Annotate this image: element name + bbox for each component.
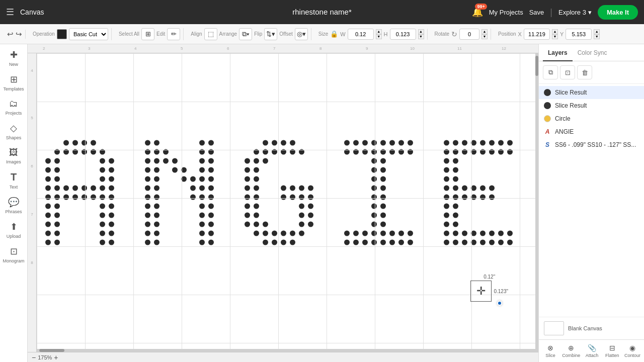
- shapes-icon: ◇: [10, 123, 17, 134]
- canvas-content[interactable]: 0.12" ✛ 0.123": [37, 53, 538, 352]
- sidebar-item-images[interactable]: 🖼 Images: [2, 144, 26, 167]
- layer-name-ss6: SS6 - .099" SS10 - .127" SS...: [555, 141, 639, 148]
- layer-item-slice-result-2[interactable]: Slice Result: [539, 99, 644, 112]
- layer-name-slice-result-2: Slice Result: [555, 102, 639, 109]
- sidebar-item-templates[interactable]: ⊞ Templates: [2, 71, 26, 95]
- size-label: Size: [318, 31, 328, 37]
- text-icon: T: [11, 171, 17, 183]
- vertical-scrollbar[interactable]: [535, 53, 538, 352]
- sidebar-item-monogram[interactable]: ⊡ Monogram: [2, 243, 26, 266]
- sidebar-item-upload[interactable]: ⬆ Upload: [2, 218, 26, 242]
- group-layer-button[interactable]: ⊡: [560, 65, 575, 79]
- color-swatch[interactable]: [57, 29, 67, 39]
- edit-button[interactable]: ✏: [167, 28, 180, 40]
- make-it-button[interactable]: Make It: [598, 5, 638, 20]
- height-spinner[interactable]: ▲▼: [418, 29, 424, 39]
- sidebar-item-phrases[interactable]: 💬 Phrases: [2, 194, 26, 217]
- rotate-input[interactable]: [459, 29, 479, 40]
- rotate-spinner[interactable]: ▲▼: [481, 29, 488, 39]
- layer-dot-yellow: [544, 115, 551, 122]
- lock-icon: 🔒: [330, 30, 338, 38]
- x-spinner[interactable]: ▲▼: [552, 29, 558, 39]
- offset-button[interactable]: ◎▾: [295, 28, 308, 40]
- sidebar-upload-label: Upload: [7, 234, 21, 239]
- position-label: Position: [498, 31, 516, 37]
- flip-label: Flip: [254, 31, 262, 37]
- size-section: Size 🔒 W ▲▼ H ▲▼: [315, 29, 428, 40]
- dimension-tooltip: 0.12" ✛ 0.123": [470, 274, 508, 302]
- blank-canvas-thumbnail: [544, 321, 564, 335]
- tab-color-sync[interactable]: Color Sync: [573, 44, 612, 61]
- my-projects-button[interactable]: My Projects: [489, 9, 523, 16]
- y-label: Y: [560, 31, 564, 37]
- sidebar-item-new[interactable]: ✚ New: [2, 46, 26, 70]
- contour-icon: ◉: [629, 344, 635, 352]
- layer-dot-dark-1: [544, 89, 551, 96]
- combine-label: Combine: [562, 353, 580, 358]
- canvas-area[interactable]: 2 3 4 5 6 7 8 9 10 11 12 4 5 6 7 8 0.12": [28, 44, 538, 362]
- save-button[interactable]: Save: [529, 9, 544, 16]
- y-spinner[interactable]: ▲▼: [594, 29, 600, 39]
- zoom-in-button[interactable]: +: [54, 353, 58, 361]
- delete-layer-button[interactable]: 🗑: [577, 65, 592, 79]
- vertical-scroll-thumb[interactable]: [535, 56, 538, 76]
- images-icon: 🖼: [9, 147, 18, 158]
- slice-icon: ⊗: [547, 344, 553, 352]
- explore-button[interactable]: Explore 3 ▾: [558, 9, 592, 16]
- undo-button[interactable]: ↩: [7, 30, 14, 39]
- layer-name-slice-result-1: Slice Result: [555, 89, 639, 96]
- offset-label: Offset: [279, 31, 293, 37]
- combine-tool-button[interactable]: ⊕ Combine: [561, 342, 581, 360]
- rotate-label: Rotate: [435, 31, 449, 37]
- projects-icon: 🗂: [9, 99, 18, 109]
- height-input[interactable]: [390, 29, 416, 40]
- duplicate-layer-button[interactable]: ⧉: [543, 65, 558, 79]
- blank-canvas-label: Blank Canvas: [568, 325, 602, 331]
- align-section: Align ⬚ Arrange ⧉▾ Flip ⇅▾ Offset ◎▾: [188, 28, 311, 40]
- move-cursor-icon: ✛: [476, 285, 486, 298]
- canvas-grid: [37, 53, 538, 352]
- select-all-section: Select All ⊞ Edit ✏: [116, 28, 184, 40]
- operation-select[interactable]: Basic Cut: [69, 28, 108, 40]
- layer-item-slice-result-1[interactable]: Slice Result: [539, 86, 644, 99]
- layer-item-angie[interactable]: A ANGIE: [539, 125, 644, 138]
- tab-layers[interactable]: Layers: [543, 44, 573, 61]
- sidebar-item-shapes[interactable]: ◇ Shapes: [2, 120, 26, 143]
- notifications-button[interactable]: 🔔 99+: [472, 7, 483, 18]
- sidebar-item-projects[interactable]: 🗂 Projects: [2, 96, 26, 119]
- x-input[interactable]: [524, 29, 550, 40]
- flatten-tool-button[interactable]: ⊟ Flatten: [603, 342, 622, 360]
- topbar-right: 🔔 99+ My Projects Save | Explore 3 ▾ Mak…: [472, 5, 638, 20]
- select-all-button[interactable]: ⊞: [141, 28, 154, 40]
- sidebar-images-label: Images: [6, 159, 21, 164]
- redo-button[interactable]: ↪: [16, 30, 22, 39]
- flip-button[interactable]: ⇅▾: [264, 28, 277, 40]
- dim-width-label: 0.12": [484, 274, 495, 280]
- operation-section: Operation Basic Cut: [30, 28, 112, 40]
- right-bottom-toolbar: ⊗ Slice ⊕ Combine 📎 Attach ⊟ Flatten ◉ C…: [539, 339, 644, 362]
- chevron-down-icon: ▾: [588, 9, 592, 16]
- contour-tool-button[interactable]: ◉ Contour: [623, 342, 642, 360]
- layer-item-circle[interactable]: Circle: [539, 112, 644, 125]
- attach-tool-button[interactable]: 📎 Attach: [582, 342, 601, 360]
- arrange-button[interactable]: ⧉▾: [239, 28, 252, 40]
- attach-label: Attach: [586, 353, 599, 358]
- layer-item-ss6[interactable]: S SS6 - .099" SS10 - .127" SS...: [539, 138, 644, 151]
- blank-canvas-row: Blank Canvas: [539, 317, 644, 339]
- layer-name-angie: ANGIE: [555, 128, 639, 135]
- y-input[interactable]: [566, 29, 592, 40]
- width-spinner[interactable]: ▲▼: [376, 29, 382, 39]
- width-input[interactable]: [348, 29, 374, 40]
- sidebar-shapes-label: Shapes: [6, 135, 22, 140]
- align-button[interactable]: ⬚: [204, 28, 217, 40]
- app-title: rhinestone name*: [292, 8, 352, 16]
- layer-icon-angie: A: [544, 128, 551, 135]
- sidebar-item-text[interactable]: T Text: [2, 168, 26, 193]
- slice-tool-button[interactable]: ⊗ Slice: [541, 342, 560, 360]
- sidebar-phrases-label: Phrases: [5, 209, 22, 214]
- topbar: ☰ Canvas rhinestone name* 🔔 99+ My Proje…: [0, 0, 644, 24]
- ruler-left: 4 5 6 7 8: [28, 53, 37, 352]
- zoom-out-button[interactable]: −: [32, 353, 36, 361]
- right-tabs: Layers Color Sync: [539, 44, 644, 61]
- menu-icon[interactable]: ☰: [6, 7, 14, 18]
